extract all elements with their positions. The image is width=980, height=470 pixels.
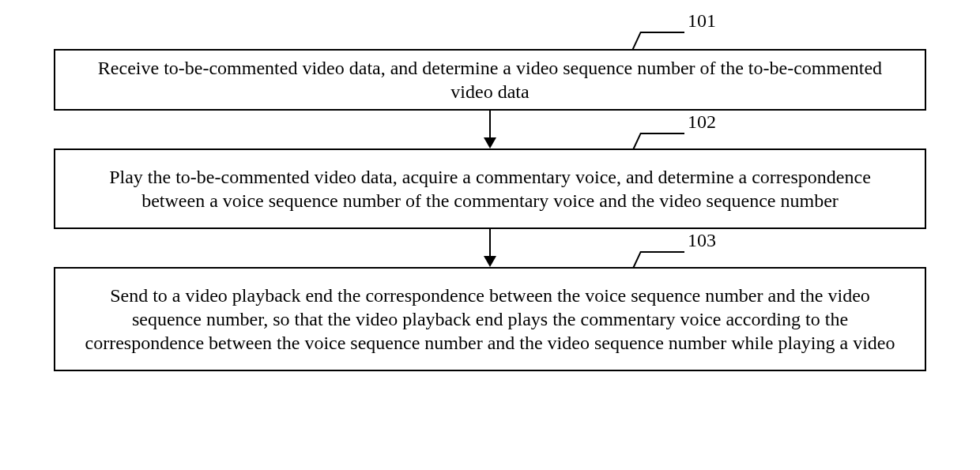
lead-line (640, 251, 684, 253)
step-label-101: 101 (688, 11, 716, 30)
step-text: Play the to-be-commented video data, acq… (77, 165, 903, 212)
lead-line (640, 32, 684, 33)
arrow (489, 229, 491, 256)
step-label-102: 102 (688, 112, 716, 131)
arrow (489, 111, 491, 137)
arrow-head-icon (484, 137, 496, 149)
step-box-102: Play the to-be-commented video data, acq… (54, 149, 926, 229)
step-text: Send to a video playback end the corresp… (77, 284, 903, 355)
lead-line (640, 133, 684, 134)
step-box-103: Send to a video playback end the corresp… (54, 267, 926, 371)
arrow-head-icon (484, 256, 496, 267)
step-text: Receive to-be-commented video data, and … (77, 56, 903, 103)
step-box-101: Receive to-be-commented video data, and … (54, 49, 926, 111)
step-label-103: 103 (688, 231, 716, 250)
flow-diagram: 101 Receive to-be-commented video data, … (0, 0, 980, 470)
